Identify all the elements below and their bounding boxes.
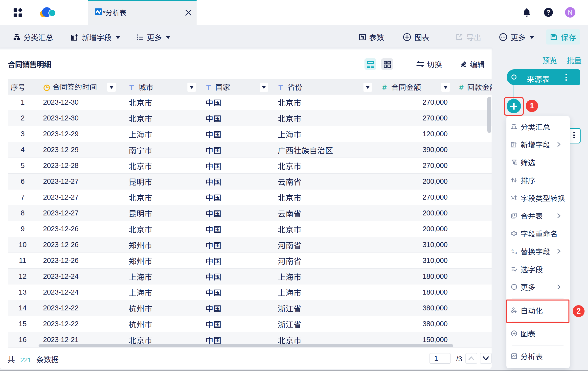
svg-text:?: ? [546,9,550,16]
svg-text:B: B [515,251,517,255]
svg-text:A: A [511,248,514,252]
